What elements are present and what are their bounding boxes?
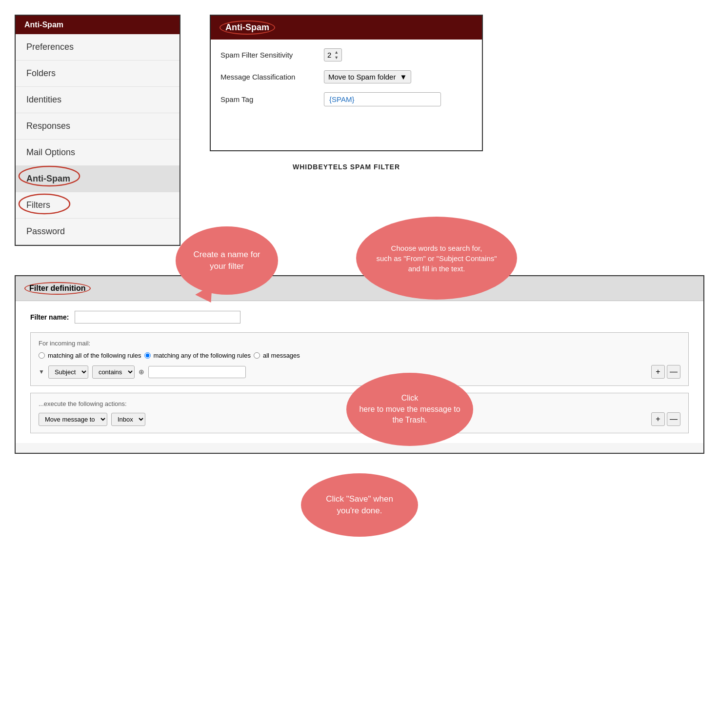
incoming-label: For incoming mail: [39,340,680,347]
page-wrapper: Anti-Spam Preferences Folders Identities… [15,15,704,537]
sidebar-item-anti-spam[interactable]: Anti-Spam [16,166,180,192]
filter-name-row: Filter name: [30,311,689,324]
filter-name-label: Filter name: [30,313,69,321]
radio-any[interactable] [144,352,151,359]
callout-bubble-trash: Click here to move the message to the Tr… [346,373,473,446]
settings-title: Anti-Spam [220,20,275,35]
sidebar-item-responses[interactable]: Responses [16,113,180,140]
settings-panel: Anti-Spam Spam Filter Sensitivity 2 ▲ ▼ [210,15,483,151]
action-plus-minus: + — [651,412,680,426]
settings-header: Anti-Spam [211,16,482,40]
sidebar-item-identities[interactable]: Identities [16,87,180,113]
rule-remove-button[interactable]: — [667,365,680,379]
radio-group: matching all of the following rules matc… [39,352,680,359]
filter-header-title: Filter definition [24,282,91,295]
rule-text-input[interactable] [148,366,246,378]
settings-body: Spam Filter Sensitivity 2 ▲ ▼ Message Cl… [211,40,482,124]
radio-all-messages[interactable] [254,352,260,359]
rule-condition-select[interactable]: contains [92,365,135,379]
settings-panel-wrapper: Anti-Spam Spam Filter Sensitivity 2 ▲ ▼ [210,15,483,246]
radio-any-label: matching any of the following rules [154,352,251,359]
spinner-down-icon[interactable]: ▼ [334,55,339,60]
rule-icon: ⊕ [139,368,144,376]
spinner-value: 2 [327,51,331,59]
callout-bubble-save: Click "Save" when you're done. [301,473,418,537]
top-section: Anti-Spam Preferences Folders Identities… [15,15,704,246]
sidebar-item-filters[interactable]: Filters [16,192,180,219]
spam-filter-sensitivity-row: Spam Filter Sensitivity 2 ▲ ▼ [220,48,472,61]
sidebar-item-password[interactable]: Password [16,219,180,245]
callout-bubble-search-words: Choose words to search for, such as "Fro… [356,217,517,300]
spam-tag-row: Spam Tag [220,92,472,106]
rule-plus-minus: + — [651,365,680,379]
spinner-up-icon[interactable]: ▲ [334,50,339,55]
rule-collapse-icon[interactable]: ▼ [39,368,44,375]
rule-field-select[interactable]: Subject [48,365,88,379]
radio-all[interactable] [39,352,45,359]
callout-bubble-filter-name: Create a name for your filter [176,226,278,295]
incoming-mail-section: For incoming mail: matching all of the f… [30,332,689,386]
radio-all-messages-label: all messages [263,352,300,359]
spam-filter-label: Spam Filter Sensitivity [220,51,318,59]
action-remove-button[interactable]: — [667,412,680,426]
action-type-select[interactable]: Move message to [39,413,107,426]
sidebar-panel: Anti-Spam Preferences Folders Identities… [15,15,180,246]
bottom-section: Create a name for your filter Choose wor… [15,275,704,537]
sidebar-header: Anti-Spam [16,16,180,34]
message-class-label: Message Classification [220,73,318,81]
sidebar-item-mail-options[interactable]: Mail Options [16,140,180,166]
sidebar-header-title: Anti-Spam [24,20,63,29]
sidebar-item-preferences[interactable]: Preferences [16,34,180,61]
action-dest-select[interactable]: Inbox [111,413,145,426]
message-class-select[interactable]: Move to Spam folder ▼ [324,70,411,83]
filter-name-input[interactable] [75,311,240,324]
rule-row: ▼ Subject contains ⊕ + — [39,365,680,379]
spam-filter-spinner[interactable]: 2 ▲ ▼ [324,48,342,61]
action-add-button[interactable]: + [651,412,665,426]
spam-tag-label: Spam Tag [220,95,318,103]
whidbeytels-caption: WHIDBEYTELS SPAM FILTER [210,163,483,171]
radio-all-label: matching all of the following rules [48,352,141,359]
spam-tag-input[interactable] [324,92,441,106]
filter-header: Filter definition [16,276,703,301]
message-class-value: Move to Spam folder [328,73,396,81]
chevron-down-icon: ▼ [399,73,407,81]
message-classification-row: Message Classification Move to Spam fold… [220,70,472,83]
spinner-arrows[interactable]: ▲ ▼ [334,50,339,60]
rule-add-button[interactable]: + [651,365,665,379]
sidebar-item-folders[interactable]: Folders [16,61,180,87]
